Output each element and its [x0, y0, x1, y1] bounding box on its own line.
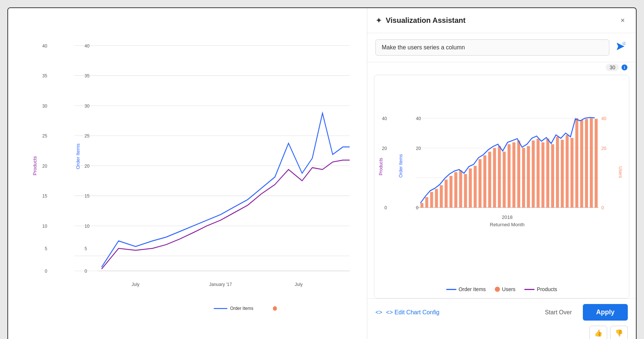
legend-products-line [524, 289, 535, 290]
chart-legend: Order Items Users Products [379, 283, 624, 294]
svg-text:Products: Products [379, 158, 384, 175]
input-row [367, 33, 636, 62]
svg-text:0: 0 [85, 269, 87, 274]
svg-text:40: 40 [85, 43, 90, 49]
thumbs-up-button[interactable]: 👍 [589, 326, 607, 339]
svg-text:10: 10 [42, 223, 47, 229]
thumbs-up-icon: 👍 [594, 329, 602, 337]
svg-rect-90 [585, 119, 588, 208]
action-bar: <> <> Edit Chart Config Start Over Apply [367, 298, 636, 326]
send-button[interactable] [613, 39, 628, 56]
svg-rect-75 [512, 142, 515, 207]
panel-title-group: ✦ Visualization Assistant [375, 16, 466, 25]
main-chart-svg: 40 35 30 25 20 15 10 5 0 40 35 30 25 20 … [30, 15, 363, 324]
svg-text:10: 10 [85, 223, 90, 229]
svg-text:0: 0 [45, 269, 47, 274]
svg-rect-57 [425, 197, 428, 207]
svg-text:20: 20 [85, 163, 90, 169]
svg-text:i: i [624, 65, 625, 70]
assistant-icon: ✦ [375, 16, 382, 25]
svg-text:40: 40 [416, 116, 421, 121]
svg-text:Users: Users [618, 166, 623, 178]
legend-users: Users [495, 286, 516, 292]
svg-rect-86 [566, 135, 568, 207]
svg-rect-85 [561, 140, 564, 207]
panel-title: Visualization Assistant [386, 16, 466, 25]
svg-rect-80 [536, 139, 539, 207]
svg-text:20: 20 [382, 146, 387, 151]
svg-rect-68 [479, 159, 482, 207]
apply-button[interactable]: Apply [583, 304, 628, 321]
preview-chart-box: 40 20 0 40 20 0 40 20 0 Products Order [374, 75, 629, 298]
svg-rect-61 [445, 179, 448, 207]
svg-point-35 [273, 306, 277, 311]
svg-rect-89 [580, 120, 583, 207]
token-row: 30 i [367, 62, 636, 71]
svg-text:15: 15 [85, 193, 90, 199]
svg-rect-92 [595, 119, 598, 208]
svg-text:5: 5 [45, 246, 47, 252]
thumbs-down-button[interactable]: 👎 [610, 326, 628, 339]
svg-text:July: July [132, 282, 140, 287]
svg-text:40: 40 [382, 116, 387, 121]
panel-header: ✦ Visualization Assistant × [367, 8, 636, 33]
svg-text:5: 5 [85, 246, 87, 252]
svg-text:40: 40 [601, 116, 606, 121]
svg-text:15: 15 [42, 193, 47, 199]
edit-chart-config-button[interactable]: <> <> Edit Chart Config [375, 309, 440, 316]
svg-rect-88 [575, 118, 578, 208]
start-over-button[interactable]: Start Over [539, 305, 578, 319]
svg-rect-78 [527, 146, 530, 207]
app-container: 40 35 30 25 20 15 10 5 0 40 35 30 25 20 … [7, 7, 637, 339]
main-chart-area: 40 35 30 25 20 15 10 5 0 40 35 30 25 20 … [8, 8, 367, 339]
svg-rect-83 [551, 144, 554, 207]
assistant-panel: ✦ Visualization Assistant × [367, 8, 636, 339]
svg-text:July: July [295, 282, 303, 287]
svg-rect-73 [503, 152, 506, 208]
svg-text:30: 30 [85, 103, 90, 109]
token-info-icon: i [621, 64, 628, 71]
svg-text:Order Items: Order Items [76, 143, 80, 169]
svg-text:35: 35 [42, 73, 47, 79]
action-right-group: Start Over Apply [539, 304, 628, 321]
legend-users-dot [495, 287, 500, 292]
svg-text:0: 0 [601, 205, 604, 210]
svg-rect-56 [420, 203, 423, 207]
token-count: 30 [606, 64, 619, 71]
legend-order-items: Order Items [446, 286, 486, 292]
preview-chart-inner: 40 20 0 40 20 0 40 20 0 Products Order [379, 80, 624, 283]
svg-rect-84 [556, 137, 559, 207]
svg-text:35: 35 [85, 73, 90, 79]
svg-rect-66 [469, 168, 472, 207]
prompt-input[interactable] [375, 39, 609, 56]
legend-products: Products [524, 286, 557, 292]
svg-rect-74 [508, 144, 511, 207]
svg-rect-59 [435, 189, 438, 208]
feedback-row: 👍 👎 [367, 326, 636, 339]
svg-text:Order Items: Order Items [230, 306, 253, 311]
svg-text:0: 0 [384, 205, 387, 210]
svg-rect-72 [498, 146, 501, 207]
svg-rect-82 [546, 139, 549, 207]
svg-text:40: 40 [42, 43, 47, 49]
svg-text:2018: 2018 [502, 214, 512, 220]
preview-chart-container: 40 20 0 40 20 0 40 20 0 Products Order [367, 71, 636, 298]
svg-text:Returned Month: Returned Month [490, 222, 525, 227]
svg-rect-62 [449, 176, 452, 207]
svg-rect-58 [430, 192, 433, 207]
svg-rect-69 [483, 155, 486, 207]
svg-rect-64 [459, 170, 462, 207]
preview-chart-svg: 40 20 0 40 20 0 40 20 0 Products Order [379, 80, 624, 283]
svg-text:January '17: January '17 [209, 282, 232, 287]
thumbs-down-icon: 👎 [615, 329, 623, 337]
svg-rect-79 [532, 140, 535, 207]
svg-text:30: 30 [42, 103, 47, 109]
svg-rect-65 [464, 174, 467, 207]
svg-rect-76 [517, 140, 520, 207]
svg-rect-63 [454, 172, 457, 207]
svg-text:25: 25 [85, 133, 90, 139]
svg-text:20: 20 [416, 146, 421, 151]
svg-rect-77 [522, 148, 525, 208]
close-button[interactable]: × [617, 15, 628, 26]
edit-config-icon: <> [375, 309, 382, 316]
